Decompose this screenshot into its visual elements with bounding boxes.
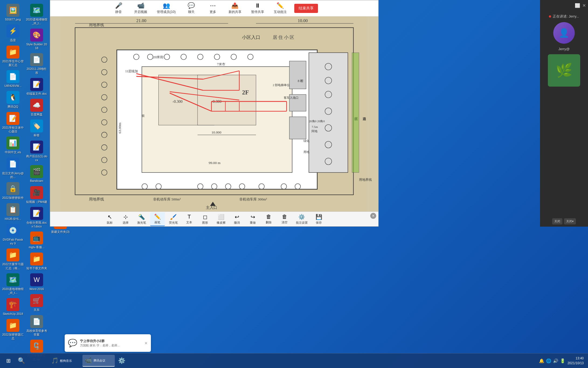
redo-tool-label: 重做 xyxy=(250,221,256,225)
annotation-tool-undo[interactable]: ↩撤消 xyxy=(230,213,244,226)
svg-text:用地界线: 用地界线 xyxy=(89,197,104,201)
desktop-icon-icon-13[interactable]: 🗺️2020遗地堵物馆_t8_t... xyxy=(1,272,25,297)
annotation-tool-text[interactable]: T文本 xyxy=(182,213,197,226)
desktop-icon-icon-14[interactable]: 🏗️SketchUp 2018 xyxy=(1,297,25,317)
annotate-button[interactable]: ✏️ 互动批注 xyxy=(272,1,289,15)
manage-icon: 👥 xyxy=(163,2,170,9)
svg-text:10.000: 10.000 xyxy=(212,130,222,134)
desktop-icon-icon-29[interactable]: 🛒京东 xyxy=(25,292,49,313)
save-tool-icon: 💾 xyxy=(316,214,322,220)
annotation-tool-redo[interactable]: ↪重做 xyxy=(245,213,260,226)
desktop-icon-icon-11[interactable]: 💿DVDFab Passkey 9 xyxy=(1,222,25,247)
notification-popup: 💬 宁上学功升小2群 万国航·家长·字：老师，老师... ✕ xyxy=(65,334,151,352)
pause-share-button[interactable]: ⏸ 暂停共享 xyxy=(249,1,266,15)
icon-label: 202011-28地牡改 xyxy=(26,67,47,75)
eraser-tool-label: 橡皮擦 xyxy=(217,221,226,225)
chat-button[interactable]: 💬 聊天 xyxy=(183,1,199,15)
svg-text:7.5m: 7.5m xyxy=(312,125,318,128)
taskbar-tencent-meet[interactable]: 📹 腾讯会议 xyxy=(82,355,115,367)
minimize-icon[interactable]: ⬜ xyxy=(575,3,580,8)
notification-close-button[interactable]: ✕ xyxy=(144,341,148,345)
desktop-icon-icon-7[interactable]: 📊中间中文.xls xyxy=(1,135,25,156)
annotation-tool-save[interactable]: 💾保存 xyxy=(312,213,326,226)
annotation-tool-eraser[interactable]: ⬜橡皮擦 xyxy=(214,213,229,226)
desktop-icon-icon-26[interactable]: 📺mgtv-客服... xyxy=(25,230,49,251)
settings-tool-label: 批注设置 xyxy=(296,221,308,225)
desktop-icon-icon-16[interactable]: 🗺️2020遗地堵物馆_t8_t... xyxy=(25,2,49,27)
svg-rect-11 xyxy=(198,75,256,125)
icon-label: Style Builder 2018 xyxy=(26,42,47,50)
desktop-icon-icon-8[interactable]: 📄批注文件Jerry@的... xyxy=(1,156,25,181)
svg-text:居 住 小 区: 居 住 小 区 xyxy=(273,35,294,40)
annotation-tool-highlight[interactable]: 🖌️荧光笔 xyxy=(166,213,181,226)
new-share-button[interactable]: 📤 新的共享 xyxy=(226,1,244,15)
start-button[interactable]: ⊞ xyxy=(2,355,15,367)
svg-text:阿地: 阿地 xyxy=(312,130,318,133)
annotation-tool-shape[interactable]: ◻图形 xyxy=(198,213,213,226)
annotation-tool-mouse[interactable]: ↖鼠标 xyxy=(102,213,117,226)
participant-avatar: 👤 xyxy=(553,22,575,44)
svg-text:21.00: 21.00 xyxy=(136,18,146,23)
desktop-icon-icon-3[interactable]: 📁2021学生中心管案汇总 xyxy=(1,44,25,69)
desktop-icon-icon-17[interactable]: 🎨Style Builder 2018 xyxy=(25,27,49,52)
svg-text:非机动车库 500m²: 非机动车库 500m² xyxy=(153,197,181,201)
desktop-icon-icon-18[interactable]: 📄202011-28地牡改 xyxy=(25,52,49,76)
desktop-icon-icon-23[interactable]: 🎬Bandicam xyxy=(25,163,49,184)
icon-image: ⚡ xyxy=(6,25,19,38)
panel-settings-button[interactable]: 关闭▾ xyxy=(564,218,576,224)
desktop-icon-icon-22[interactable]: 📝商户后台1(1).docx xyxy=(25,139,49,164)
taskbar-unknown[interactable]: ⚙️ xyxy=(116,355,148,367)
desktop-icon-icon-10[interactable]: 📋HXJB-$Y6... xyxy=(1,202,25,222)
annotation-tool-select[interactable]: ⊹选择 xyxy=(118,213,133,226)
desktop-icon-icon-21[interactable]: 🏷️标签 xyxy=(25,118,49,139)
desktop-icon-icon-4[interactable]: 📄UIR426VW... xyxy=(1,69,25,89)
desktop-icon-icon-1[interactable]: 🖼️555877.png xyxy=(1,2,25,23)
annotation-tool-delete[interactable]: 🗑删除 xyxy=(261,213,276,226)
icon-image: 🎨 xyxy=(30,29,43,42)
manage-members-button[interactable]: 👥 管理成员(10) xyxy=(155,1,178,15)
desktop-icon-icon-6[interactable]: 📝2021学校文体中心题目 xyxy=(1,110,25,135)
annotation-tool-laser[interactable]: 🔦激光笔 xyxy=(134,213,149,226)
video-button[interactable]: 📹 开启视频 xyxy=(132,1,149,15)
desktop-icon-icon-15[interactable]: 📁2022加密密题汇总 xyxy=(1,317,25,342)
mute-icon: 🎤 xyxy=(115,2,122,9)
mute-button[interactable]: 🎤 静音 xyxy=(110,1,127,15)
close-icon[interactable]: ✕ xyxy=(582,3,586,8)
annotation-close-button[interactable]: ✕ xyxy=(370,213,376,219)
participant-name: Jerry@ xyxy=(558,47,570,51)
notification-icon[interactable]: 🔔 xyxy=(539,358,544,363)
network-icon[interactable]: 🌐 xyxy=(546,358,551,363)
svg-text:20米街: 20米街 xyxy=(153,55,164,59)
video-icon: 📹 xyxy=(137,2,144,9)
meet-label: 腾讯会议 xyxy=(94,359,105,362)
mouse-tool-icon: ↖ xyxy=(108,214,112,220)
system-icons: 🔔 🌐 🔊 🔋 xyxy=(539,358,565,363)
annotation-tool-clear[interactable]: 🗑清空 xyxy=(277,213,292,226)
desktop-icon-icon-19[interactable]: 📝邻端返文件.doc xyxy=(25,76,49,97)
notification-chat-icon: 💬 xyxy=(68,339,77,347)
icon-label: 中间中文.xls xyxy=(5,150,21,154)
desktop-icon-icon-20[interactable]: ☁️百度网盘 xyxy=(25,97,49,118)
panel-close-button[interactable]: 关闭 xyxy=(552,218,562,224)
taskbar-search[interactable]: 🔍 xyxy=(16,355,48,367)
icon-label: SketchUp 2018 xyxy=(3,312,23,316)
annotation-tool-settings[interactable]: ⚙️批注设置 xyxy=(293,213,310,226)
icon-label: 短书下载文件夹 xyxy=(26,266,47,270)
taskbar-kugou[interactable]: 🎵 酷狗音乐 xyxy=(49,355,81,367)
desktop-icon-icon-30[interactable]: 📄高校体育馆参考答案 xyxy=(25,314,49,338)
annotation-tool-draw[interactable]: ✏️画笔 xyxy=(150,212,165,226)
desktop-icon-icon-24[interactable]: 🎥短视频（PM4建 xyxy=(25,185,49,205)
desktop-icon-icon-5[interactable]: 🐧腾讯QQ xyxy=(1,89,25,110)
icon-label: 2021学生中心管案汇总 xyxy=(2,59,24,67)
desktop-icon-icon-9[interactable]: 🔒2022加密密软件 xyxy=(1,180,25,201)
icon-image: 📁 xyxy=(6,248,19,261)
volume-icon[interactable]: 🔊 xyxy=(553,358,558,363)
end-share-button[interactable]: 结束共享 xyxy=(294,4,318,13)
more-button[interactable]: ⋯ 更多 xyxy=(205,1,221,15)
desktop-icon-icon-12[interactable]: 📁2022方案学习题汇总（根... xyxy=(1,247,25,272)
search-icon: 🔍 xyxy=(18,357,25,364)
desktop-icon-icon-25[interactable]: 📝合收分类我.docx f.docx xyxy=(25,205,49,230)
desktop-icon-icon-28[interactable]: WWord 2016 xyxy=(25,272,49,292)
desktop-icon-icon-27[interactable]: 📁短书下载文件夹 xyxy=(25,251,49,272)
desktop-icon-icon-2[interactable]: ⚡迅雷 xyxy=(1,23,25,44)
